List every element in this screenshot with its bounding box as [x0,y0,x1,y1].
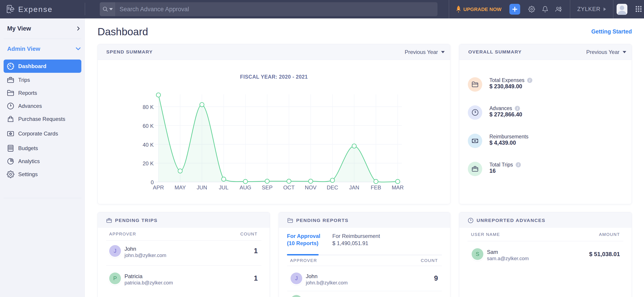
svg-text:80 K: 80 K [143,104,154,110]
svg-text:AUG: AUG [240,184,251,190]
svg-text:60 K: 60 K [143,123,154,129]
svg-text:20 K: 20 K [143,160,154,166]
svg-text:FEB: FEB [371,184,381,190]
svg-text:SEP: SEP [262,184,272,190]
svg-text:NOV: NOV [305,184,316,190]
svg-text:MAR: MAR [392,184,404,190]
svg-text:MAY: MAY [174,184,186,190]
svg-text:JAN: JAN [349,184,359,190]
svg-text:JUN: JUN [196,184,207,190]
svg-text:DEC: DEC [327,184,338,190]
svg-text:APR: APR [153,184,164,190]
svg-text:OCT: OCT [283,184,294,190]
svg-text:40 K: 40 K [143,142,154,148]
svg-text:JUL: JUL [219,184,228,190]
